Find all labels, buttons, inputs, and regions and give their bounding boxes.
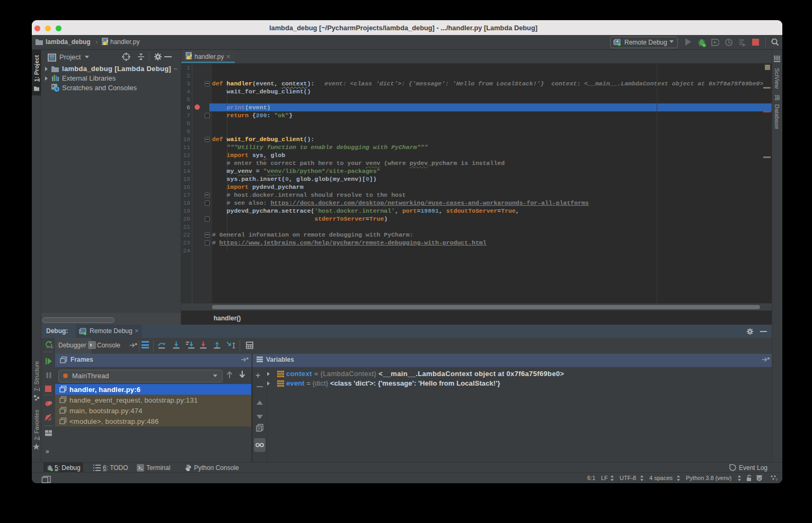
svg-text:?: ?: [775, 477, 778, 482]
